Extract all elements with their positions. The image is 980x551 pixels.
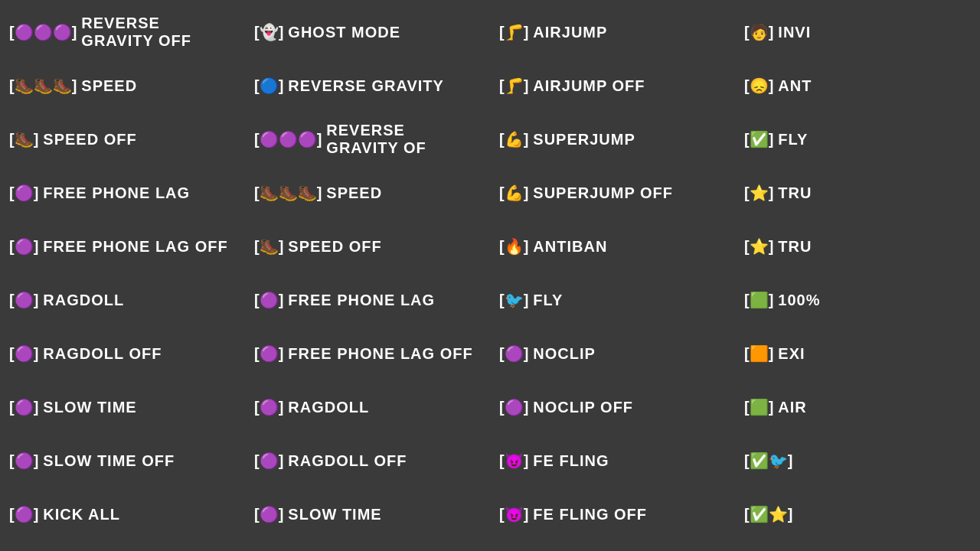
item-label: TRU [778,184,812,202]
item-label: FREE PHONE LAG [43,184,190,202]
item-icon: [✅] [744,130,773,148]
list-item[interactable]: [🟣]SLOW TIME [3,381,242,433]
list-item[interactable]: [😈]FE FLING OFF [493,488,732,540]
item-label: EXI [778,345,805,363]
item-icon: [🟣] [254,398,283,416]
list-item[interactable]: [🟩]AIR [738,381,977,433]
list-item[interactable]: [💪]SUPERJUMP [493,113,732,165]
list-item[interactable]: [🟣]FREE PHONE LAG OFF [248,328,487,380]
item-icon: [🥾🥾🥾] [9,77,77,95]
list-item[interactable]: [⭐]TRU [738,167,977,219]
item-icon: [🥾] [254,237,283,256]
list-item[interactable]: [✅⭐] [738,488,977,540]
item-icon: [😈] [499,452,528,470]
item-label: AIR [778,399,806,416]
item-icon: [🟣] [499,398,528,416]
item-label: KICK ALL [43,506,120,523]
list-item[interactable]: [🟧]EXI [738,328,977,380]
item-icon: [🟣] [9,452,38,470]
list-item[interactable]: [😞]ANT [738,60,977,112]
list-item[interactable]: [👻]GHOST MODE [248,6,487,58]
item-label: INVI [778,24,811,41]
item-icon: [🐦] [499,291,528,309]
list-item[interactable]: [🥾]SPEED OFF [248,220,487,272]
item-label: NOCLIP OFF [533,399,633,416]
item-label: FLY [533,292,563,309]
list-item[interactable]: [🟣]RAGDOLL [248,381,487,433]
item-icon: [💪] [499,184,528,202]
item-label: REVERSE GRAVITY OFF [81,15,236,50]
item-label: RAGDOLL [43,292,124,309]
item-label: SLOW TIME [288,506,381,523]
list-item[interactable]: [🐦]FLY [493,274,732,326]
list-item[interactable]: [🥾🥾🥾]SPEED [248,167,487,219]
item-label: SUPERJUMP OFF [533,184,673,202]
item-label: ANT [778,77,812,95]
list-item[interactable]: [🦵]AIRJUMP [493,6,732,58]
column-2: [👻]GHOST MODE[🔵]REVERSE GRAVITY[🟣🟣🟣]REVE… [245,0,490,551]
command-grid: [🟣🟣🟣]REVERSE GRAVITY OFF[🥾🥾🥾]SPEED[🥾]SPE… [0,0,980,551]
list-item[interactable]: [🟣]SLOW TIME [248,488,487,540]
list-item[interactable]: [🟩]100% [738,274,977,326]
list-item[interactable]: [🔥]ANTIBAN [493,220,732,272]
list-item[interactable]: [⭐]TRU [738,220,977,272]
list-item[interactable]: [🟣]RAGDOLL OFF [3,328,242,380]
column-3: [🦵]AIRJUMP[🦵]AIRJUMP OFF[💪]SUPERJUMP[💪]S… [490,0,735,551]
item-label: SPEED OFF [43,131,136,148]
list-item[interactable]: [🦵]AIRJUMP OFF [493,60,732,112]
item-label: GHOST MODE [288,24,400,41]
item-icon: [🟣🟣🟣] [9,23,77,41]
item-icon: [✅⭐] [744,505,792,523]
list-item[interactable]: [🧑]INVI [738,6,977,58]
item-icon: [🟣] [9,291,38,309]
list-item[interactable]: [🟣]SLOW TIME OFF [3,435,242,487]
item-label: RAGDOLL [288,399,369,416]
item-label: NOCLIP [533,345,596,363]
list-item[interactable]: [🥾🥾🥾]SPEED [3,60,242,112]
item-icon: [🦵] [499,23,528,41]
item-icon: [🧑] [744,23,773,41]
item-icon: [🟣] [9,344,38,363]
item-icon: [💪] [499,130,528,148]
item-icon: [😞] [744,77,773,95]
item-label: SPEED OFF [288,238,381,256]
item-label: FREE PHONE LAG OFF [43,238,227,256]
list-item[interactable]: [🟣]NOCLIP OFF [493,381,732,433]
list-item[interactable]: [🟣]FREE PHONE LAG OFF [3,220,242,272]
item-icon: [🔥] [499,237,528,256]
item-icon: [🔵] [254,77,283,95]
list-item[interactable]: [🥾]SPEED OFF [3,113,242,165]
list-item[interactable]: [🟣]FREE PHONE LAG [3,167,242,219]
item-icon: [👻] [254,23,283,41]
list-item[interactable]: [🟣🟣🟣]REVERSE GRAVITY OF [248,113,487,165]
item-icon: [🟣] [499,344,528,363]
item-icon: [🟣] [254,452,283,470]
item-label: REVERSE GRAVITY [288,77,444,95]
column-4: [🧑]INVI[😞]ANT[✅]FLY[⭐]TRU[⭐]TRU[🟩]100%[🟧… [735,0,980,551]
item-label: RAGDOLL OFF [43,345,162,363]
list-item[interactable]: [🟣]RAGDOLL OFF [248,435,487,487]
item-icon: [🟣🟣🟣] [254,130,322,148]
list-item[interactable]: [✅]FLY [738,113,977,165]
item-icon: [✅🐦] [744,452,792,470]
item-label: SPEED [326,184,382,202]
list-item[interactable]: [✅🐦] [738,435,977,487]
item-label: FE FLING [533,452,609,470]
item-label: SLOW TIME OFF [43,452,175,470]
item-label: 100% [778,292,820,309]
item-icon: [🟣] [254,505,283,523]
list-item[interactable]: [😈]FE FLING [493,435,732,487]
item-label: AIRJUMP OFF [533,77,645,95]
item-label: REVERSE GRAVITY OF [326,122,481,157]
list-item[interactable]: [🟣]FREE PHONE LAG [248,274,487,326]
list-item[interactable]: [🟣]KICK ALL [3,488,242,540]
list-item[interactable]: [🟣🟣🟣]REVERSE GRAVITY OFF [3,6,242,58]
item-icon: [🟩] [744,398,773,416]
list-item[interactable]: [💪]SUPERJUMP OFF [493,167,732,219]
list-item[interactable]: [🔵]REVERSE GRAVITY [248,60,487,112]
item-label: FE FLING OFF [533,506,647,523]
list-item[interactable]: [🟣]NOCLIP [493,328,732,380]
item-label: RAGDOLL OFF [288,452,407,470]
list-item[interactable]: [🟣]RAGDOLL [3,274,242,326]
item-icon: [😈] [499,505,528,523]
